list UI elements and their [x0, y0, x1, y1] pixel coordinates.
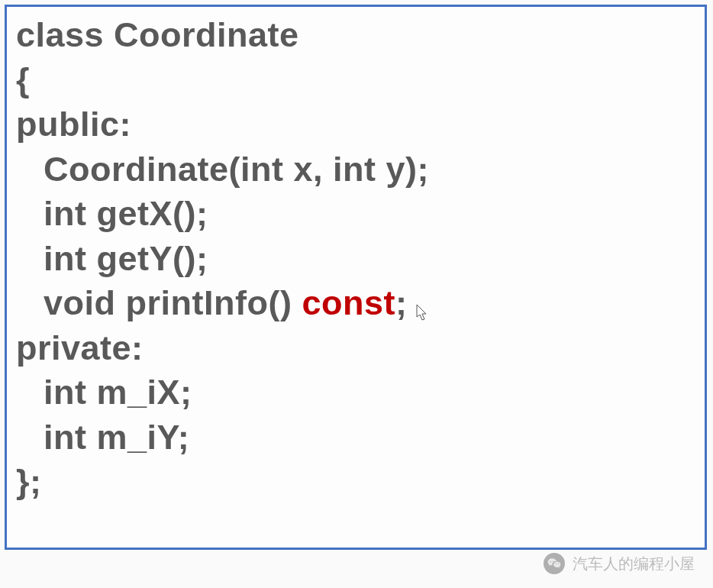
code-text: public:	[16, 105, 131, 144]
code-line: {	[16, 58, 695, 103]
code-container: class Coordinate{public:Coordinate(int x…	[5, 5, 707, 550]
code-line: Coordinate(int x, int y);	[16, 147, 695, 192]
code-text: private:	[16, 328, 144, 367]
code-text: Coordinate(int x, int y);	[44, 150, 429, 189]
code-text: {	[16, 60, 30, 99]
code-text: class Coordinate	[16, 15, 299, 54]
code-line: public:	[16, 102, 695, 147]
code-text: int m_iX;	[44, 373, 192, 412]
watermark-text: 汽车人的编程小屋	[573, 554, 695, 574]
code-line: int m_iX;	[16, 370, 695, 415]
code-text: int getY();	[44, 239, 208, 278]
code-line: class Coordinate	[16, 13, 695, 58]
watermark: 汽车人的编程小屋	[544, 553, 695, 574]
code-line: private:	[16, 326, 695, 371]
code-text: };	[16, 462, 42, 501]
code-line: int m_iY;	[16, 415, 695, 460]
code-line: };	[16, 460, 695, 505]
code-content: class Coordinate{public:Coordinate(int x…	[16, 13, 695, 505]
code-text: ;	[395, 283, 408, 322]
code-line: int getY();	[16, 237, 695, 282]
code-line: int getX();	[16, 192, 695, 237]
code-text: int getX();	[44, 194, 208, 233]
wechat-icon	[544, 553, 565, 574]
code-text: int m_iY;	[44, 418, 189, 457]
code-line: void printInfo() const;	[16, 281, 695, 326]
keyword-const: const	[302, 283, 395, 322]
code-text: void printInfo()	[44, 283, 302, 322]
